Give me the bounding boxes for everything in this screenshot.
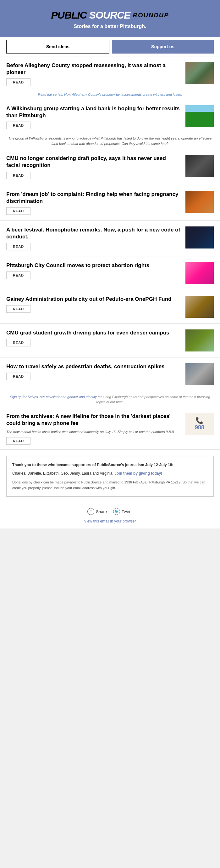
article-title: How to travel safely as pedestrian death…	[6, 363, 181, 370]
logo-public-text: PUBLIC	[51, 9, 86, 21]
article-item: Gainey Administration pulls city out of …	[0, 290, 220, 324]
header-tagline: Stories for a better Pittsburgh.	[12, 24, 208, 29]
footer: f Share 🐦 Tweet View this email in your …	[0, 503, 220, 528]
support-us-button[interactable]: Support us	[112, 40, 214, 54]
article-title: A Wilkinsburg group starting a land bank…	[6, 105, 181, 119]
archives-title: From the archives: A new lifeline for th…	[6, 413, 181, 427]
logo-roundup-text: ROUNDUP	[133, 12, 169, 19]
archives-description: The new mental health crisis hotline was…	[6, 429, 181, 435]
share-button[interactable]: f Share	[87, 508, 107, 515]
thankyou-box: Thank you to those who became supporters…	[6, 456, 214, 497]
article-read-button[interactable]: READ	[6, 243, 31, 250]
article-image	[185, 62, 214, 84]
article-content: Pittsburgh City Council moves to protect…	[6, 262, 181, 279]
article-content: A beer festival. Homophobic remarks. Now…	[6, 226, 181, 250]
article-item: A Wilkinsburg group starting a land bank…	[0, 99, 220, 135]
article-item: Before Allegheny County stopped reassess…	[0, 56, 220, 92]
phone-icon: 📞	[195, 417, 204, 424]
thankyou-supporters: Charles, Danielle, Elizabeth, Geo, Jenny…	[12, 470, 208, 476]
thankyou-donation: Donations by check can be made payable t…	[12, 480, 208, 491]
newsletter-text: Sign up for Selves, our newsletter on ge…	[6, 394, 214, 405]
article-content: Gainey Administration pulls city out of …	[6, 296, 181, 313]
send-ideas-button[interactable]: Send ideas	[6, 40, 109, 54]
article-content: A Wilkinsburg group starting a land bank…	[6, 105, 181, 129]
article-item: CMU grad student growth driving plans fo…	[0, 324, 220, 358]
article-title: A beer festival. Homophobic remarks. Now…	[6, 226, 181, 240]
article-thumbnail	[185, 191, 214, 213]
article-image	[185, 226, 214, 248]
twitter-icon: 🐦	[113, 508, 120, 515]
article-thumbnail	[185, 262, 214, 284]
article-thumbnail	[185, 296, 214, 318]
article-item: How to travel safely as pedestrian death…	[0, 358, 220, 391]
thankyou-title-text: Thank you to those who became supporters…	[12, 463, 144, 467]
article-content: CMU grad student growth driving plans fo…	[6, 330, 181, 346]
article-title: Gainey Administration pulls city out of …	[6, 296, 181, 303]
nav-buttons: Send ideas Support us	[0, 37, 220, 56]
article-image	[185, 363, 214, 385]
article-content: From 'dream job' to complaint: Finding h…	[6, 191, 181, 215]
article-read-button[interactable]: READ	[6, 172, 31, 179]
article-item: Pittsburgh City Council moves to protect…	[0, 256, 220, 290]
article-thumbnail	[185, 105, 214, 127]
logo-source-text: SOURCE	[89, 9, 131, 21]
article-thumbnail	[185, 330, 214, 351]
archives-image: 📞 988	[185, 413, 214, 435]
article-read-button[interactable]: READ	[6, 339, 31, 346]
article-read-button[interactable]: READ	[6, 373, 31, 380]
newsletter-link[interactable]: Sign up for Selves, our newsletter on ge…	[10, 395, 97, 399]
supporters-names: Charles, Danielle, Elizabeth, Geo, Jenny…	[12, 471, 113, 475]
archives-content: From the archives: A new lifeline for th…	[6, 413, 214, 445]
logo: PUBLICSOURCE ROUNDUP	[12, 9, 208, 21]
phone-number: 988	[195, 424, 204, 431]
article-title: Pittsburgh City Council moves to protect…	[6, 262, 181, 269]
article-title: From 'dream job' to complaint: Finding h…	[6, 191, 181, 205]
thankyou-title: Thank you to those who became supporters…	[12, 462, 208, 468]
newsletter-suffix: featuring Pittsburgh news and perspectiv…	[97, 395, 210, 404]
thankyou-date: July 12-July 18:	[145, 463, 173, 467]
archives-thumbnail: 📞 988	[185, 413, 214, 435]
phone-988-display: 📞 988	[195, 417, 204, 431]
article-image	[185, 262, 214, 284]
tweet-button[interactable]: 🐦 Tweet	[113, 508, 133, 515]
article-content: CMU no longer considering draft policy, …	[6, 155, 181, 179]
article-image	[185, 155, 214, 177]
article-read-button[interactable]: READ	[6, 305, 31, 313]
facebook-icon: f	[87, 508, 94, 515]
article-content: Before Allegheny County stopped reassess…	[6, 62, 181, 86]
newsletter-banner: Sign up for Selves, our newsletter on ge…	[0, 391, 220, 408]
article-item: CMU no longer considering draft policy, …	[0, 149, 220, 185]
article-item: A beer festival. Homophobic remarks. Now…	[0, 221, 220, 256]
article-thumbnail	[185, 62, 214, 84]
archives-read-button[interactable]: READ	[6, 437, 31, 445]
article-image	[185, 296, 214, 318]
article-title: CMU no longer considering draft policy, …	[6, 155, 181, 169]
article-image	[185, 330, 214, 351]
archives-item: From the archives: A new lifeline for th…	[0, 408, 220, 450]
view-in-browser-link[interactable]: View this email in your browser	[84, 519, 136, 523]
article-image	[185, 191, 214, 213]
article-subtitle: Read the series: How Allegheny County's …	[0, 92, 220, 99]
article-content: How to travel safely as pedestrian death…	[6, 363, 181, 380]
email-container: PUBLICSOURCE ROUNDUP Stories for a bette…	[0, 0, 220, 528]
article-image	[185, 105, 214, 127]
article-thumbnail	[185, 155, 214, 177]
article-read-button[interactable]: READ	[6, 207, 31, 215]
archives-text: From the archives: A new lifeline for th…	[6, 413, 181, 445]
article-title: CMU grad student growth driving plans fo…	[6, 330, 181, 336]
footer-social: f Share 🐦 Tweet	[6, 508, 214, 515]
article-read-button[interactable]: READ	[6, 79, 31, 86]
article-thumbnail	[185, 363, 214, 385]
article-description: The group of Wilkinsburg residents is tr…	[0, 135, 220, 149]
thankyou-join-link[interactable]: Join them by giving today!	[114, 471, 162, 475]
article-read-button[interactable]: READ	[6, 122, 31, 129]
article-thumbnail	[185, 226, 214, 248]
tweet-label: Tweet	[122, 509, 133, 514]
article-read-button[interactable]: READ	[6, 272, 31, 279]
article-title: Before Allegheny County stopped reassess…	[6, 62, 181, 76]
article-item: From 'dream job' to complaint: Finding h…	[0, 185, 220, 221]
share-label: Share	[96, 509, 107, 514]
header: PUBLICSOURCE ROUNDUP Stories for a bette…	[0, 0, 220, 37]
